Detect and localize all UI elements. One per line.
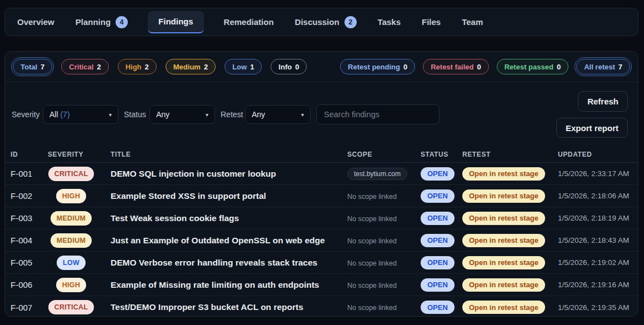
pill-medium[interactable]: Medium2: [166, 59, 216, 74]
table-row[interactable]: F-002HIGHExample Stored XSS in support p…: [5, 185, 638, 207]
scope-none-text: No scope linked: [347, 215, 397, 223]
status-badge: OPEN: [421, 189, 455, 203]
table-row[interactable]: F-006HIGHExample of Missing rate limitin…: [5, 274, 638, 296]
search-input[interactable]: [316, 104, 440, 124]
nav-tab-team[interactable]: Team: [461, 11, 484, 33]
table-row[interactable]: F-005LOWDEMO Verbose error handling reve…: [5, 252, 638, 274]
pill-label: All retest: [584, 63, 615, 71]
retest-badge: Open in retest stage: [462, 278, 545, 292]
updated-timestamp: 1/5/2026, 2:19:02 AM: [558, 258, 638, 267]
pill-count: 0: [477, 63, 481, 71]
pill-count: 2: [145, 63, 149, 71]
retest-badge: Open in retest stage: [462, 256, 545, 269]
retest-badge: Open in retest stage: [462, 301, 545, 314]
pill-label: Critical: [69, 63, 93, 71]
pill-retest-passed[interactable]: Retest passed0: [497, 59, 568, 74]
nav-tab-overview[interactable]: Overview: [16, 11, 56, 33]
severity-select[interactable]: All (7) ▾: [43, 105, 118, 124]
finding-id: F-003: [11, 213, 48, 223]
pill-count: 7: [618, 63, 622, 71]
pill-label: Retest pending: [348, 63, 400, 71]
pill-retest-failed[interactable]: Retest failed0: [423, 59, 489, 74]
pill-retest-pending[interactable]: Retest pending0: [340, 59, 415, 74]
pill-all-retest[interactable]: All retest7: [576, 59, 630, 74]
retest-select[interactable]: Any ▾: [245, 105, 311, 124]
pill-critical[interactable]: Critical2: [61, 59, 108, 74]
updated-timestamp: 1/5/2026, 2:18:06 AM: [558, 192, 638, 200]
table-row[interactable]: F-007CRITICALTest/DEMO Improper S3 bucke…: [5, 296, 638, 317]
scope-chip: test.bytium.com: [347, 168, 407, 180]
scope-none-text: No scope linked: [347, 282, 397, 289]
nav-tab-label: Overview: [17, 17, 54, 27]
retest-cell: Open in retest stage: [462, 189, 558, 203]
finding-id: F-002: [11, 191, 48, 201]
nav-tab-discussion[interactable]: Discussion2: [294, 11, 358, 33]
severity-pills-group: Total7Critical2High2Medium2Low1Info0: [13, 59, 307, 74]
nav-tab-label: Findings: [158, 17, 193, 26]
nav-tab-label: Team: [462, 17, 483, 27]
table-row[interactable]: F-001CRITICALDEMO SQL injection in custo…: [5, 163, 638, 185]
pill-low[interactable]: Low1: [224, 59, 262, 74]
top-navigation: OverviewPlanning4FindingsRemediationDisc…: [4, 8, 638, 36]
finding-title: DEMO SQL injection in customer lookup: [111, 169, 347, 179]
scope-cell: No scope linked: [347, 302, 421, 312]
status-badge: OPEN: [421, 278, 455, 292]
export-report-button[interactable]: Export report: [556, 118, 628, 138]
status-cell: OPEN: [421, 278, 462, 292]
severity-badge: MEDIUM: [51, 211, 92, 226]
updated-timestamp: 1/5/2026, 2:19:16 AM: [558, 281, 638, 289]
nav-tab-remediation[interactable]: Remediation: [223, 11, 275, 33]
finding-id: F-006: [11, 280, 48, 289]
pill-count: 1: [250, 63, 254, 71]
column-header-title: TITLE: [111, 151, 347, 158]
finding-id: F-004: [11, 236, 48, 245]
pill-label: Medium: [173, 63, 201, 71]
chevron-down-icon: ▾: [109, 112, 112, 118]
nav-tab-files[interactable]: Files: [421, 11, 442, 33]
pill-high[interactable]: High2: [118, 59, 157, 74]
status-cell: OPEN: [421, 234, 462, 247]
findings-panel: Total7Critical2High2Medium2Low1Info0 Ret…: [4, 51, 638, 317]
nav-tab-label: Discussion: [295, 17, 340, 27]
table-row[interactable]: F-004MEDIUMJust an Example of Outdated O…: [5, 229, 638, 252]
retest-badge: Open in retest stage: [462, 212, 545, 225]
status-badge: OPEN: [421, 301, 455, 314]
severity-cell: MEDIUM: [48, 211, 94, 226]
status-cell: OPEN: [421, 212, 462, 225]
nav-tab-planning[interactable]: Planning4: [74, 11, 129, 33]
pill-count: 0: [557, 63, 561, 71]
scope-cell: No scope linked: [347, 280, 421, 290]
finding-title: Example of Missing rate limiting on auth…: [111, 280, 347, 290]
table-row[interactable]: F-003MEDIUMTest Weak session cookie flag…: [5, 207, 638, 229]
finding-id: F-005: [11, 258, 48, 267]
retest-filter-label: Retest: [221, 110, 243, 119]
finding-id: F-001: [11, 169, 48, 178]
pill-count: 0: [403, 63, 407, 71]
scope-cell: No scope linked: [347, 213, 421, 223]
pill-label: Info: [278, 63, 292, 71]
severity-select-value: All (7): [49, 110, 70, 119]
pill-info[interactable]: Info0: [271, 59, 307, 74]
retest-cell: Open in retest stage: [462, 278, 558, 292]
scope-none-text: No scope linked: [347, 304, 397, 312]
finding-title: Test/DEMO Improper S3 bucket ACL on repo…: [111, 302, 347, 312]
nav-tab-findings[interactable]: Findings: [148, 11, 204, 33]
nav-tab-tasks[interactable]: Tasks: [377, 11, 402, 33]
nav-badge-count: 2: [345, 16, 357, 28]
retest-cell: Open in retest stage: [462, 234, 558, 247]
status-select-value: Any: [156, 110, 169, 119]
status-select[interactable]: Any ▾: [149, 105, 215, 124]
nav-tab-label: Files: [422, 17, 441, 27]
retest-cell: Open in retest stage: [462, 256, 558, 269]
status-badge: OPEN: [421, 256, 455, 269]
pill-label: Retest passed: [505, 63, 553, 71]
finding-title: Just an Example of Outdated OpenSSL on w…: [111, 236, 347, 246]
scope-none-text: No scope linked: [347, 193, 397, 201]
severity-badge: HIGH: [56, 189, 86, 203]
pill-count: 0: [295, 63, 299, 71]
column-header-retest: RETEST: [462, 151, 558, 158]
retest-badge: Open in retest stage: [462, 167, 545, 181]
table-body: F-001CRITICALDEMO SQL injection in custo…: [5, 163, 638, 317]
refresh-button[interactable]: Refresh: [578, 91, 628, 112]
pill-total[interactable]: Total7: [13, 59, 52, 74]
